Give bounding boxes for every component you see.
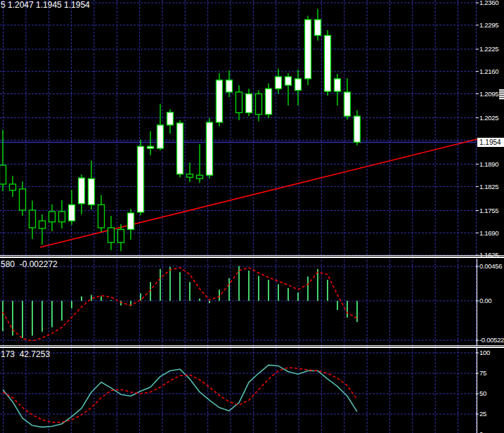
price-axis-label: 1.2295 bbox=[479, 21, 498, 29]
stochastic-indicator-info: 173 42.7253 bbox=[1, 350, 50, 359]
candle-body bbox=[20, 189, 26, 210]
candle-body bbox=[295, 79, 302, 91]
candle-body bbox=[79, 178, 85, 204]
stochastic-main-line bbox=[3, 365, 357, 427]
current-price-tag: 1.1954 bbox=[477, 138, 504, 147]
candle-body bbox=[207, 122, 213, 175]
candle-body bbox=[138, 146, 144, 212]
stochastic-axis-label: 25 bbox=[479, 410, 486, 418]
price-axis-label: 1.1755 bbox=[479, 207, 498, 214]
candle-body bbox=[256, 93, 262, 114]
price-axis-label: 1.1625 bbox=[479, 251, 498, 259]
macd-axis-label: -0.00522 bbox=[479, 336, 504, 344]
price-axis-label: 1.1825 bbox=[479, 183, 498, 190]
candle-body bbox=[59, 212, 65, 222]
price-axis-label: 1.2160 bbox=[479, 67, 498, 75]
price-axis-label: 1.2025 bbox=[479, 114, 498, 122]
candle-body bbox=[335, 79, 341, 91]
stochastic-axis-label: 50 bbox=[479, 389, 486, 397]
chart-canvas[interactable]: 1.23601.22951.22251.21601.20951.20251.18… bbox=[0, 0, 504, 433]
candle-body bbox=[128, 213, 134, 229]
candle-body bbox=[236, 92, 243, 112]
candle-body bbox=[157, 125, 164, 148]
candle-body bbox=[197, 175, 203, 179]
price-axis[interactable]: 1.23601.22951.22251.21601.20951.20251.18… bbox=[476, 0, 504, 433]
stochastic-axis-label: 0 bbox=[479, 430, 483, 433]
macd-axis-label: 0.00 bbox=[479, 297, 491, 304]
candle-body bbox=[325, 35, 331, 91]
panel-separators[interactable] bbox=[0, 255, 504, 348]
candle-body bbox=[177, 123, 183, 174]
candle-body bbox=[69, 205, 75, 221]
candle-body bbox=[285, 77, 292, 85]
price-axis-label: 1.2225 bbox=[479, 45, 498, 53]
stochastic-panel bbox=[3, 365, 357, 427]
candle-body bbox=[276, 77, 282, 89]
candle-body bbox=[39, 221, 46, 228]
macd-axis-label: 0.00456 bbox=[479, 262, 502, 270]
candle-body bbox=[148, 146, 154, 148]
chart-window: 1.23601.22951.22251.21601.20951.20251.18… bbox=[0, 0, 504, 433]
candle-body bbox=[0, 165, 6, 184]
candle-body bbox=[226, 80, 233, 92]
price-axis-label: 1.1890 bbox=[479, 160, 498, 168]
macd-indicator-info: 580 -0.002272 bbox=[1, 260, 58, 269]
scale-grip-icon[interactable] bbox=[499, 89, 504, 100]
candle-body bbox=[266, 89, 272, 115]
candle-body bbox=[167, 112, 174, 125]
trendline[interactable] bbox=[40, 139, 477, 247]
candle-body bbox=[187, 174, 193, 177]
price-axis-label: 1.2095 bbox=[479, 90, 498, 98]
candle-body bbox=[89, 179, 95, 205]
candle-body bbox=[354, 116, 361, 142]
candle-body bbox=[108, 228, 115, 243]
candle-body bbox=[246, 93, 252, 112]
candlesticks bbox=[0, 9, 361, 251]
price-axis-label: 1.1690 bbox=[479, 229, 498, 237]
stochastic-axis-label: 75 bbox=[479, 369, 486, 377]
macd-panel bbox=[3, 266, 357, 341]
candle-body bbox=[315, 20, 321, 35]
candle-body bbox=[10, 184, 16, 190]
candle-body bbox=[305, 20, 311, 79]
price-axis-label: 1.2360 bbox=[479, 0, 498, 6]
candle-body bbox=[30, 210, 36, 228]
candle-body bbox=[344, 92, 351, 116]
candle-body bbox=[49, 212, 56, 222]
candle-body bbox=[217, 80, 223, 122]
stochastic-axis-label: 100 bbox=[479, 349, 490, 356]
candle-body bbox=[98, 205, 105, 228]
ohlc-info: 5 1.2047 1.1945 1.1954 bbox=[1, 1, 90, 10]
candle-body bbox=[118, 229, 124, 243]
